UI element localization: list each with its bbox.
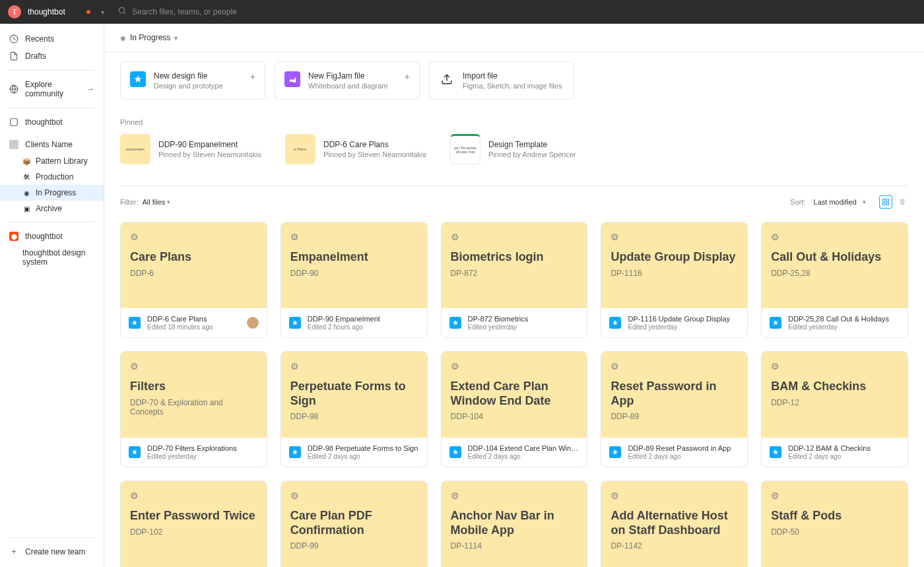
file-card[interactable]: ⚙ Empanelment DDP-90 DDP-90 Empanelment … (280, 222, 428, 338)
gear-icon: ⚙ (290, 361, 299, 372)
search-icon (117, 6, 127, 18)
sidebar-folder[interactable]: 🛠Production (0, 169, 104, 185)
gear-icon: ⚙ (771, 490, 779, 501)
card-footer: DDP-89 Reset Password in App Edited 2 da… (601, 438, 747, 467)
file-card[interactable]: ⚙ Perpetuate Forms to Sign DDP-98 DDP-98… (280, 351, 428, 467)
card-edited: Edited 2 days ago (468, 453, 579, 460)
gear-icon: ⚙ (290, 232, 299, 242)
file-card[interactable]: ⚙ Staff & Pods DDP-50 DDP-50 Staff & Pod… (761, 481, 908, 567)
new-file-card[interactable]: New FigJam fileWhiteboard and diagram+ (275, 61, 420, 100)
new-card-title: New FigJam file (308, 71, 397, 81)
sidebar-explore[interactable]: Explore community → (0, 76, 104, 102)
card-title: Care Plans (130, 250, 257, 265)
list-view-button[interactable] (895, 195, 908, 209)
folder-label: In Progress (36, 188, 76, 197)
new-file-card[interactable]: Import fileFigma, Sketch, and image file… (429, 61, 574, 100)
sidebar-clients-header[interactable]: Clients Name (0, 136, 104, 153)
sidebar-drafts[interactable]: Drafts (0, 48, 104, 65)
sort-value[interactable]: Last modified (814, 198, 857, 206)
card-title: Call Out & Holidays (771, 250, 898, 265)
card-filename: DDP-6 Care Plans (147, 315, 240, 323)
card-filename: DP-1116 Update Group Display (628, 315, 739, 323)
gear-icon: ⚙ (771, 361, 779, 372)
chevron-down-icon: ▾ (863, 199, 866, 205)
arrow-right-icon: → (86, 84, 94, 94)
pinned-sub: Pinned by Steven Neamonitakis (158, 150, 261, 158)
sidebar-team-thoughtbot[interactable]: thoughtbot (0, 114, 104, 131)
pinned-item[interactable]: e PlansDDP-6 Care PlansPinned by Steven … (285, 134, 437, 164)
new-file-card[interactable]: New design fileDesign and prototype+ (120, 61, 265, 100)
chevron-down-icon: ▾ (101, 9, 104, 16)
file-card[interactable]: ⚙ Anchor Nav Bar in Mobile App DP-1114 D… (441, 481, 588, 567)
sidebar-folder[interactable]: ▣Archive (0, 201, 104, 217)
svg-rect-7 (883, 199, 886, 202)
card-sub: DDP-102 (130, 527, 257, 537)
plus-icon: + (405, 71, 410, 82)
card-footer: DP-1116 Update Group Display Edited yest… (601, 308, 747, 337)
figma-file-icon (129, 446, 141, 458)
card-filename: DP-872 Biometrics (468, 315, 579, 323)
clock-icon (9, 34, 18, 44)
grid-view-button[interactable] (879, 195, 892, 209)
card-footer: DDP-25,28 Call Out & Holidays Edited yes… (762, 308, 908, 337)
file-card[interactable]: ⚙ Call Out & Holidays DDP-25,28 DDP-25,2… (761, 222, 908, 338)
card-preview: ⚙ Care Plan PDF Confirmation DDP-99 (281, 481, 427, 567)
card-sub: DDP-104 (451, 412, 578, 421)
gear-icon: ⚙ (610, 361, 619, 372)
card-title: Filters (130, 380, 257, 394)
card-preview: ⚙ Staff & Pods DDP-50 (762, 481, 908, 567)
new-card-sub: Design and prototype (154, 82, 242, 90)
file-card[interactable]: ⚙ Add Alternative Host on Staff Dashboar… (601, 481, 748, 567)
figjam-icon (284, 71, 300, 87)
gear-icon: ⚙ (130, 232, 139, 242)
card-filename: DDP-89 Reset Password in App (628, 444, 739, 452)
sidebar-team-label: thoughtbot (25, 117, 63, 127)
sidebar-team-thoughtbot-2[interactable]: ⬤ thoughtbot (0, 228, 104, 245)
sidebar-folder[interactable]: 📦Pattern Library (0, 153, 104, 169)
card-edited: Edited yesterday (468, 323, 579, 331)
file-card[interactable]: ⚙ Filters DDP-70 & Exploration and Conce… (120, 351, 267, 467)
new-card-sub: Figma, Sketch, and image files (463, 82, 564, 90)
pinned-item[interactable]: ign Template plicate me]Design TemplateP… (450, 134, 602, 164)
card-footer: DDP-104 Extend Care Plan Window E… Edite… (442, 438, 587, 467)
sidebar-recents[interactable]: Recents (0, 30, 104, 48)
card-edited: Edited yesterday (628, 323, 739, 331)
file-card[interactable]: ⚙ Care Plans DDP-6 DDP-6 Care Plans Edit… (120, 222, 267, 338)
card-title: Staff & Pods (771, 509, 898, 523)
card-preview: ⚙ Extend Care Plan Window End Date DDP-1… (442, 352, 587, 438)
gear-icon: ⚙ (771, 232, 779, 242)
file-card[interactable]: ⚙ Extend Care Plan Window End Date DDP-1… (441, 351, 588, 467)
file-card[interactable]: ⚙ Care Plan PDF Confirmation DDP-99 DDP-… (280, 481, 428, 567)
folder-label: Archive (36, 204, 62, 213)
folder-icon: 🛠 (22, 173, 30, 181)
file-card[interactable]: ⚙ Enter Password Twice DDP-102 DDP-102 E… (120, 481, 267, 567)
svg-rect-9 (886, 203, 889, 205)
sidebar-design-system[interactable]: thoughtbot design system (0, 245, 104, 270)
divider (8, 70, 96, 71)
org-switcher[interactable]: T thoughtbot ▾ (8, 5, 104, 18)
gear-icon: ⚙ (451, 361, 459, 372)
file-card[interactable]: ⚙ Update Group Display DP-1116 DP-1116 U… (601, 222, 748, 338)
folder-icon: ◉ (22, 189, 30, 197)
card-sub: DDP-90 (290, 269, 418, 278)
pinned-item[interactable]: panelmentDDP-90 EmpanelmentPinned by Ste… (120, 134, 272, 164)
notification-dot (86, 10, 90, 14)
card-sub: DDP-70 & Exploration and Concepts (130, 398, 257, 417)
breadcrumb[interactable]: ◉ In Progress ▾ (104, 24, 924, 52)
pinned-title: DDP-6 Care Plans (323, 140, 426, 149)
sidebar: Recents Drafts Explore community → thoug… (0, 24, 104, 567)
card-filename: DDP-12 BAM & Checkins (788, 444, 900, 452)
sidebar-create-team[interactable]: + Create new team (0, 543, 104, 560)
file-card[interactable]: ⚙ BAM & Checkins DDP-12 DDP-12 BAM & Che… (761, 351, 908, 467)
sidebar-folder[interactable]: ◉In Progress (0, 185, 104, 201)
card-filename: DDP-104 Extend Care Plan Window E… (468, 444, 579, 452)
search[interactable] (117, 6, 916, 18)
org-avatar: T (8, 5, 21, 18)
file-card[interactable]: ⚙ Reset Password in App DDP-89 DDP-89 Re… (601, 351, 748, 467)
filter-value[interactable]: All files (143, 198, 166, 206)
file-card[interactable]: ⚙ Biometrics login DP-872 DP-872 Biometr… (441, 222, 588, 338)
pinned-label: Pinned (120, 118, 908, 126)
gear-icon: ⚙ (290, 490, 299, 501)
search-input[interactable] (132, 7, 330, 17)
gear-icon: ⚙ (610, 490, 619, 501)
